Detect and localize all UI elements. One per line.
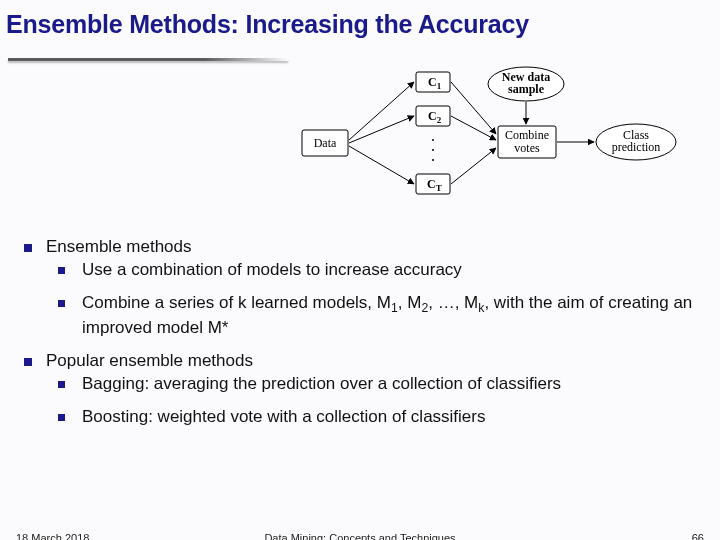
svg-text:votes: votes (514, 141, 540, 155)
svg-line-20 (451, 82, 496, 134)
svg-point-6 (432, 149, 434, 151)
ensemble-diagram: Data C1 C2 CT New data sample Combine vo… (298, 64, 698, 224)
slide-title: Ensemble Methods: Increasing the Accurac… (0, 0, 720, 39)
svg-text:prediction: prediction (612, 140, 661, 154)
svg-text:Combine: Combine (505, 128, 549, 142)
svg-point-5 (432, 139, 434, 141)
bullet-boosting: Boosting: weighted vote with a collectio… (46, 406, 702, 429)
footer-page-number: 66 (692, 532, 704, 540)
bullet-content: Ensemble methods Use a combination of mo… (0, 236, 720, 439)
svg-line-12 (349, 146, 414, 184)
bullet-combination: Use a combination of models to increase … (46, 259, 702, 282)
footer-source: Data Mining: Concepts and Techniques (0, 532, 720, 540)
bullet-ensemble-methods: Ensemble methods Use a combination of mo… (18, 236, 702, 340)
bullet-combine-k: Combine a series of k learned models, M1… (46, 292, 702, 340)
bullet-bagging: Bagging: averaging the prediction over a… (46, 373, 702, 396)
svg-line-10 (349, 82, 414, 140)
svg-line-22 (451, 148, 496, 184)
svg-line-21 (451, 116, 496, 140)
diagram-data-label: Data (314, 136, 337, 150)
title-underline (8, 58, 288, 61)
svg-point-7 (432, 159, 434, 161)
svg-text:sample: sample (508, 82, 545, 96)
svg-line-11 (349, 116, 414, 143)
bullet-popular-methods: Popular ensemble methods Bagging: averag… (18, 350, 702, 429)
